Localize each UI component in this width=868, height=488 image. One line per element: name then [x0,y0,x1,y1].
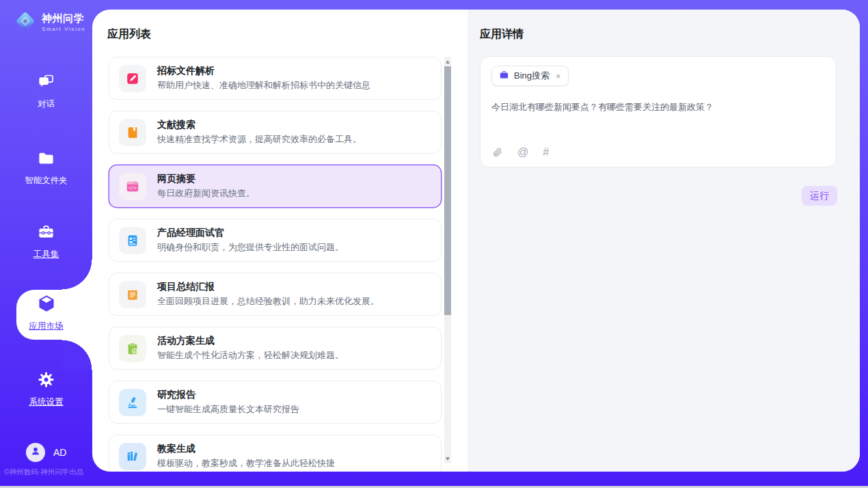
app-list: 招标文件解析 帮助用户快速、准确地理解和解析招标书中的关键信息 文献搜索 快速精… [109,57,442,472]
app-description: 每日政府新闻资讯快查。 [157,187,255,200]
app-list-item[interactable]: 产品经理面试官 明确身份和职责，为您提供专业性的面试问题。 [109,219,442,262]
folder-icon [37,158,55,170]
paperclip-icon[interactable] [492,147,503,158]
app-list-item[interactable]: 文献搜索 快速精准查找学术资源，提高研究效率的必备工具。 [109,111,442,154]
app-name: 网页摘要 [157,174,255,183]
app-detail-title: 应用详情 [480,27,860,42]
cube-icon [37,303,56,315]
app-list-item[interactable]: 研究报告 一键智能生成高质量长文本研究报告 [109,381,442,424]
user-initials: AD [53,447,66,458]
resume-icon [119,227,146,254]
tab-notch-top [62,260,92,290]
chat-icon [37,81,55,93]
person-icon [30,446,41,459]
app-description: 模板驱动，教案秒成，教学准备从此轻松快捷 [157,457,335,470]
prompt-card[interactable]: Bing搜索 × 今日湖北有哪些新闻要点？有哪些需要关注的最新政策？ @ # [480,56,837,167]
user-avatar[interactable] [26,443,45,462]
sidebar: 神州问学 Smart Vision 对话 智能文件夹 工具集 应用市场 系统设置… [0,0,92,488]
doc-edit-icon [119,65,146,92]
user-account[interactable]: AD [26,443,66,462]
toolbox-icon [37,232,55,243]
briefcase-icon [499,70,509,83]
app-list-item[interactable]: </> 网页摘要 每日政府新闻资讯快查。 [109,165,442,208]
app-name: 活动方案生成 [157,336,344,345]
scroll-down-icon[interactable] [444,455,451,463]
content-area: 应用列表 招标文件解析 帮助用户快速、准确地理解和解析招标书中的关键信息 文献搜… [92,10,860,472]
brand-tagline: Smart Vision [42,26,85,32]
sidebar-item-toolbox[interactable]: 工具集 [0,223,92,260]
app-description: 明确身份和职责，为您提供专业性的面试问题。 [157,241,344,254]
app-name: 招标文件解析 [157,66,370,75]
app-list-panel: 应用列表 招标文件解析 帮助用户快速、准确地理解和解析招标书中的关键信息 文献搜… [92,10,468,472]
app-list-item[interactable]: 活动方案生成 智能生成个性化活动方案，轻松解决规划难题。 [109,327,442,370]
app-detail-panel: 应用详情 Bing搜索 × 今日湖北有哪些新闻要点？有哪些需要关注的最新政策？ … [468,10,860,472]
app-name: 产品经理面试官 [157,228,344,237]
tool-tag-bing-search[interactable]: Bing搜索 × [491,66,569,86]
app-description: 全面回顾项目进展，总结经验教训，助力未来优化发展。 [157,295,379,308]
app-list-item[interactable]: 项目总结汇报 全面回顾项目进展，总结经验教训，助力未来优化发展。 [109,273,442,316]
run-button[interactable]: 运行 [802,186,837,206]
app-name: 文献搜索 [157,120,362,129]
brand-logo: 神州问学 Smart Vision [14,10,85,36]
microscope-icon [119,389,146,416]
scroll-up-icon[interactable] [444,57,451,66]
tab-notch-bottom [62,340,92,370]
webpage-code-icon: </> [119,173,146,200]
brand-name: 神州问学 [42,13,85,25]
notepad-icon [119,281,146,308]
app-list-title: 应用列表 [107,27,468,42]
svg-text:</>: </> [128,185,137,191]
brand-diamond-icon [14,10,37,36]
scrollbar[interactable] [444,57,451,463]
prompt-input[interactable]: 今日湖北有哪些新闻要点？有哪些需要关注的最新政策？ [491,100,825,114]
scrollbar-thumb[interactable] [444,66,451,315]
tag-close-icon[interactable]: × [556,72,561,81]
app-name: 研究报告 [157,390,299,399]
app-list-item[interactable]: 教案生成 模板驱动，教案秒成，教学准备从此轻松快捷 [109,435,442,472]
input-toolbar: @ # [492,147,549,158]
app-name: 教案生成 [157,444,335,453]
sidebar-item-gear[interactable]: 系统设置 [0,370,92,408]
app-description: 智能生成个性化活动方案，轻松解决规划难题。 [157,349,344,362]
app-name: 项目总结汇报 [157,282,379,291]
app-list-item[interactable]: 招标文件解析 帮助用户快速、准确地理解和解析招标书中的关键信息 [109,57,442,100]
hash-icon[interactable]: # [543,147,549,158]
clipboard-check-icon [119,335,146,362]
sidebar-item-cube[interactable]: 应用市场 [0,294,92,332]
copyright-text: ©神州数码·神州问学出品 [4,467,83,477]
app-description: 一键智能生成高质量长文本研究报告 [157,403,299,416]
gear-icon [37,379,55,391]
tool-tag-label: Bing搜索 [514,70,550,82]
app-description: 快速精准查找学术资源，提高研究效率的必备工具。 [157,133,362,146]
sidebar-item-chat[interactable]: 对话 [0,72,92,110]
book-icon [119,119,146,146]
books-icon [119,443,146,470]
at-icon[interactable]: @ [517,147,528,158]
app-description: 帮助用户快速、准确地理解和解析招标书中的关键信息 [157,79,370,92]
sidebar-item-folder[interactable]: 智能文件夹 [0,149,92,187]
